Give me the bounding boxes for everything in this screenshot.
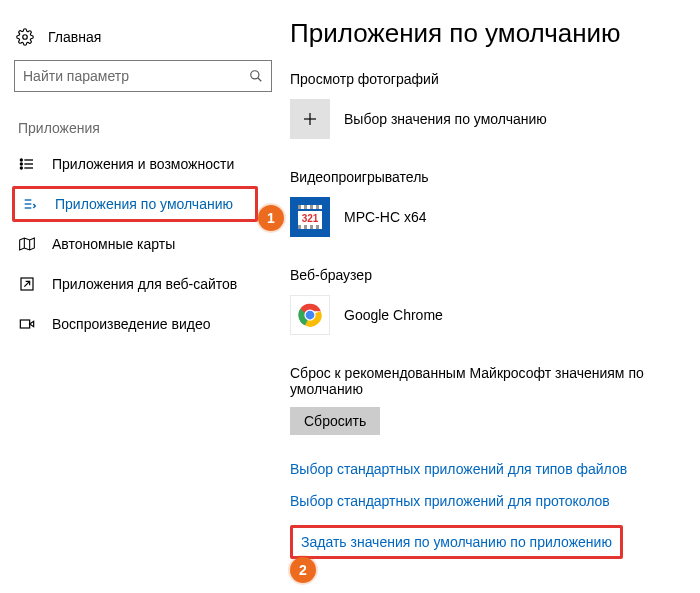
svg-rect-17 <box>20 320 29 328</box>
svg-marker-12 <box>20 238 35 250</box>
sidebar-item-label: Приложения по умолчанию <box>55 196 233 212</box>
svg-point-0 <box>23 35 28 40</box>
home-label: Главная <box>48 29 101 45</box>
photo-viewer-heading: Просмотр фотографий <box>290 71 690 87</box>
sidebar-item-label: Автономные карты <box>52 236 175 252</box>
svg-rect-25 <box>310 205 313 209</box>
sidebar-item-apps-for-websites[interactable]: Приложения для веб-сайтов <box>12 266 282 302</box>
chrome-icon <box>290 295 330 335</box>
plus-icon <box>290 99 330 139</box>
sidebar-group-title: Приложения <box>12 120 282 146</box>
svg-point-7 <box>20 163 22 165</box>
search-icon <box>249 69 263 83</box>
svg-rect-30 <box>298 225 301 229</box>
map-icon <box>18 236 36 252</box>
reset-description: Сброс к рекомендованным Майкрософт значе… <box>290 365 650 397</box>
open-external-icon <box>18 276 36 292</box>
sidebar-item-label: Приложения для веб-сайтов <box>52 276 237 292</box>
svg-rect-32 <box>310 225 313 229</box>
link-choose-by-filetype[interactable]: Выбор стандартных приложений для типов ф… <box>290 461 690 477</box>
web-browser-app-label: Google Chrome <box>344 307 443 323</box>
defaults-icon <box>21 196 39 212</box>
svg-rect-31 <box>304 225 307 229</box>
main-panel: Приложения по умолчанию Просмотр фотогра… <box>290 0 700 593</box>
video-player-app-button[interactable]: 321 MPC-HC x64 <box>290 197 690 237</box>
svg-rect-26 <box>316 205 319 209</box>
svg-point-36 <box>306 311 315 320</box>
reset-button[interactable]: Сбросить <box>290 407 380 435</box>
search-box[interactable] <box>14 60 272 92</box>
svg-rect-23 <box>298 205 301 209</box>
link-set-by-app[interactable]: Задать значения по умолчанию по приложен… <box>301 534 612 550</box>
link-choose-by-protocol[interactable]: Выбор стандартных приложений для протоко… <box>290 493 690 509</box>
video-player-heading: Видеопроигрыватель <box>290 169 690 185</box>
annotation-highlight-2: Задать значения по умолчанию по приложен… <box>290 525 623 559</box>
sidebar-item-apps-features[interactable]: Приложения и возможности <box>12 146 282 182</box>
sidebar-item-offline-maps[interactable]: Автономные карты <box>12 226 282 262</box>
video-icon <box>18 316 36 332</box>
annotation-highlight-1: Приложения по умолчанию <box>12 186 258 222</box>
choose-default-label: Выбор значения по умолчанию <box>344 111 547 127</box>
sidebar: Главная Приложения Приложения и возможно… <box>0 0 290 593</box>
annotation-marker-1: 1 <box>258 205 284 231</box>
web-browser-heading: Веб-браузер <box>290 267 690 283</box>
sidebar-item-video-playback[interactable]: Воспроизведение видео <box>12 306 282 342</box>
svg-line-2 <box>258 78 262 82</box>
page-title: Приложения по умолчанию <box>290 18 690 49</box>
mpc-hc-icon: 321 <box>290 197 330 237</box>
sidebar-item-label: Приложения и возможности <box>52 156 234 172</box>
search-input[interactable] <box>23 68 249 84</box>
web-browser-app-button[interactable]: Google Chrome <box>290 295 690 335</box>
choose-photo-default-button[interactable]: Выбор значения по умолчанию <box>290 99 690 139</box>
annotation-marker-2: 2 <box>290 557 316 583</box>
svg-marker-18 <box>30 321 34 326</box>
sidebar-item-label: Воспроизведение видео <box>52 316 210 332</box>
svg-rect-24 <box>304 205 307 209</box>
svg-line-16 <box>24 281 29 286</box>
svg-rect-33 <box>316 225 319 229</box>
sidebar-item-default-apps[interactable]: Приложения по умолчанию <box>18 196 252 212</box>
list-icon <box>18 156 36 172</box>
gear-icon <box>16 28 34 46</box>
svg-text:321: 321 <box>302 213 319 224</box>
svg-point-1 <box>251 71 259 79</box>
video-player-app-label: MPC-HC x64 <box>344 209 426 225</box>
home-button[interactable]: Главная <box>12 28 282 60</box>
svg-point-8 <box>20 167 22 169</box>
svg-point-6 <box>20 159 22 161</box>
